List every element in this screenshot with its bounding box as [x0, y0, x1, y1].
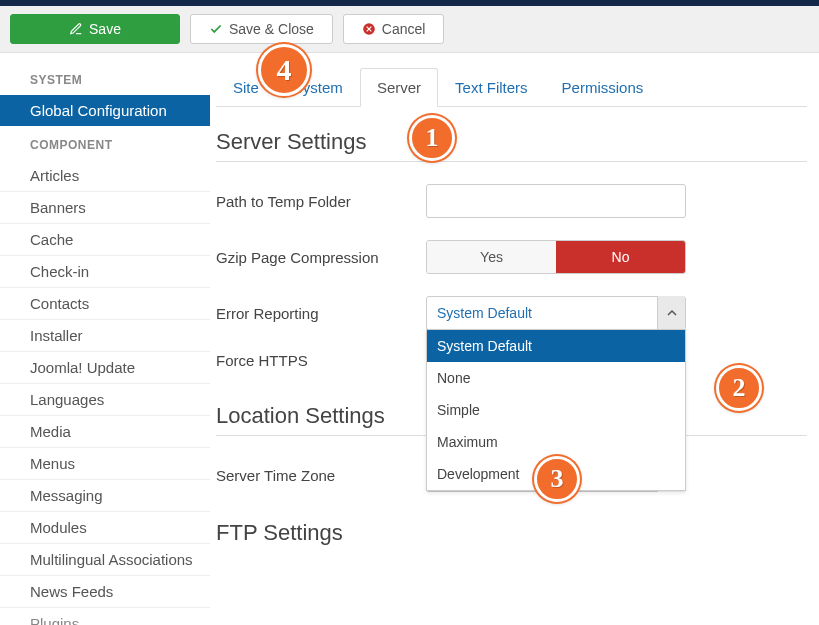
dd-option-maximum[interactable]: Maximum	[427, 426, 685, 458]
caret-up-icon	[657, 296, 685, 330]
select-error-reporting[interactable]: System Default System Default None Simpl…	[426, 296, 686, 330]
sidebar-item-multilingual-associations[interactable]: Multilingual Associations	[0, 544, 210, 576]
cancel-icon	[362, 22, 376, 36]
sidebar-item-articles[interactable]: Articles	[0, 160, 210, 192]
sidebar-item-joomla-update[interactable]: Joomla! Update	[0, 352, 210, 384]
cancel-button-label: Cancel	[382, 21, 426, 37]
check-icon	[209, 22, 223, 36]
save-button-label: Save	[89, 21, 121, 37]
sidebar-item-media[interactable]: Media	[0, 416, 210, 448]
action-toolbar: Save Save & Close Cancel	[0, 6, 819, 53]
sidebar-item-global-configuration[interactable]: Global Configuration	[0, 95, 210, 126]
annotation-marker-4: 4	[258, 44, 310, 96]
sidebar-item-contacts[interactable]: Contacts	[0, 288, 210, 320]
dd-option-system-default[interactable]: System Default	[427, 330, 685, 362]
row-gzip: Gzip Page Compression Yes No	[216, 240, 807, 274]
sidebar-item-installer[interactable]: Installer	[0, 320, 210, 352]
sidebar: SYSTEM Global Configuration COMPONENT Ar…	[0, 53, 210, 625]
label-force-https: Force HTTPS	[216, 352, 426, 369]
sidebar-item-cache[interactable]: Cache	[0, 224, 210, 256]
section-server-settings: Server Settings	[216, 129, 807, 162]
sidebar-item-news-feeds[interactable]: News Feeds	[0, 576, 210, 608]
annotation-marker-2: 2	[716, 365, 762, 411]
label-gzip: Gzip Page Compression	[216, 249, 426, 266]
label-temp-folder: Path to Temp Folder	[216, 193, 426, 210]
sidebar-item-banners[interactable]: Banners	[0, 192, 210, 224]
toggle-gzip: Yes No	[426, 240, 686, 274]
apply-icon	[69, 22, 83, 36]
sidebar-item-plugins[interactable]: Plugins	[0, 608, 210, 625]
tab-text-filters[interactable]: Text Filters	[438, 68, 545, 107]
sidebar-section-system: SYSTEM	[0, 73, 210, 95]
annotation-marker-1: 1	[409, 115, 455, 161]
select-error-reporting-display[interactable]: System Default	[426, 296, 686, 330]
row-error-reporting: Error Reporting System Default System De…	[216, 296, 807, 330]
sidebar-section-component: COMPONENT	[0, 138, 210, 160]
sidebar-item-messaging[interactable]: Messaging	[0, 480, 210, 512]
sidebar-item-check-in[interactable]: Check-in	[0, 256, 210, 288]
sidebar-item-menus[interactable]: Menus	[0, 448, 210, 480]
label-timezone: Server Time Zone	[216, 467, 426, 484]
row-temp-folder: Path to Temp Folder	[216, 184, 807, 218]
cancel-button[interactable]: Cancel	[343, 14, 445, 44]
sidebar-item-languages[interactable]: Languages	[0, 384, 210, 416]
tab-server[interactable]: Server	[360, 68, 438, 107]
save-close-button-label: Save & Close	[229, 21, 314, 37]
sidebar-item-modules[interactable]: Modules	[0, 512, 210, 544]
save-close-button[interactable]: Save & Close	[190, 14, 333, 44]
dd-option-simple[interactable]: Simple	[427, 394, 685, 426]
gzip-yes[interactable]: Yes	[427, 241, 556, 273]
dd-option-none[interactable]: None	[427, 362, 685, 394]
input-temp-folder[interactable]	[426, 184, 686, 218]
label-error-reporting: Error Reporting	[216, 305, 426, 322]
section-ftp-settings: FTP Settings	[216, 520, 807, 552]
select-error-reporting-value: System Default	[437, 305, 532, 321]
gzip-no[interactable]: No	[556, 241, 685, 273]
annotation-marker-3: 3	[534, 456, 580, 502]
save-button[interactable]: Save	[10, 14, 180, 44]
tab-permissions[interactable]: Permissions	[545, 68, 661, 107]
main-content: Site System Server Text Filters Permissi…	[210, 53, 819, 625]
